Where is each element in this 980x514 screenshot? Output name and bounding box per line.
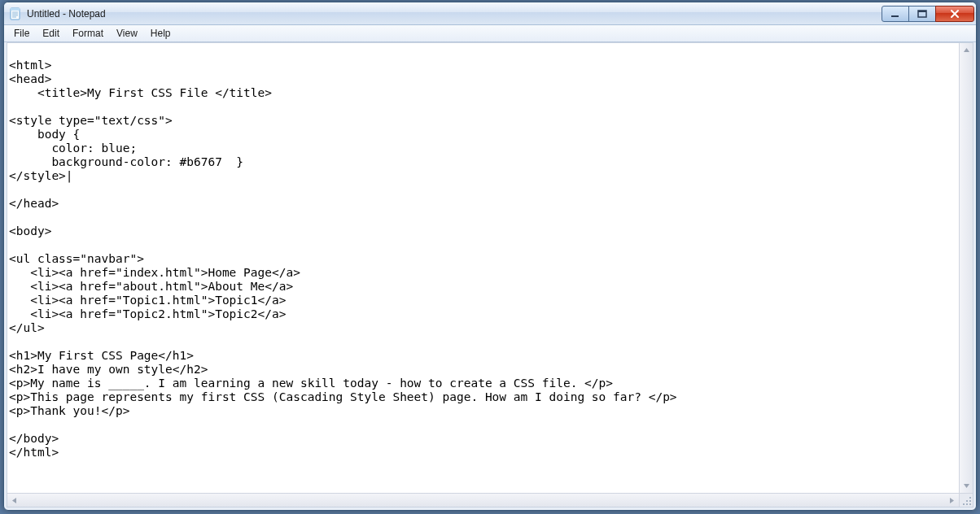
minimize-button[interactable] [882, 6, 909, 22]
vertical-scroll-track[interactable] [960, 57, 973, 479]
client-area: <html> <head> <title>My First CSS File <… [7, 42, 973, 507]
maximize-button[interactable] [908, 6, 936, 22]
svg-rect-8 [918, 11, 926, 12]
vertical-scrollbar[interactable] [959, 43, 973, 493]
menu-file[interactable]: File [7, 26, 36, 41]
svg-point-14 [963, 503, 965, 505]
window-controls [882, 6, 974, 22]
scroll-left-button[interactable] [7, 494, 21, 507]
menu-help[interactable]: Help [144, 26, 177, 41]
scroll-down-button[interactable] [960, 479, 973, 493]
scroll-up-button[interactable] [960, 43, 973, 57]
svg-point-10 [969, 500, 971, 502]
horizontal-scroll-track[interactable] [21, 494, 945, 507]
editor-viewport: <html> <head> <title>My First CSS File <… [7, 43, 973, 507]
titlebar[interactable]: Untitled - Notepad [4, 2, 976, 25]
text-editor[interactable]: <html> <head> <title>My First CSS File <… [7, 43, 959, 493]
menu-format[interactable]: Format [66, 26, 110, 41]
scroll-right-button[interactable] [945, 494, 959, 507]
svg-rect-7 [918, 11, 926, 17]
horizontal-scrollbar[interactable] [7, 493, 959, 507]
menu-view[interactable]: View [110, 26, 144, 41]
svg-rect-1 [11, 8, 20, 11]
notepad-icon [9, 7, 22, 20]
svg-point-12 [969, 497, 971, 499]
svg-point-9 [969, 503, 971, 505]
notepad-window: Untitled - Notepad File Edit Format View [3, 2, 977, 511]
resize-grip[interactable] [959, 493, 973, 507]
svg-point-13 [966, 500, 968, 502]
svg-point-11 [966, 503, 968, 505]
menubar: File Edit Format View Help [4, 25, 976, 42]
window-title: Untitled - Notepad [27, 8, 106, 20]
menu-edit[interactable]: Edit [36, 26, 66, 41]
close-button[interactable] [935, 6, 974, 22]
svg-rect-6 [891, 15, 899, 17]
